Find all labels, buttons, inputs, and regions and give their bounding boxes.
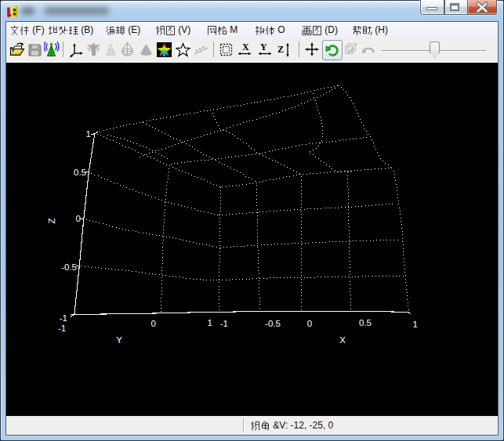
svg-text:0.5: 0.5 <box>359 318 372 327</box>
svg-text:0: 0 <box>76 214 81 223</box>
svg-text:-1: -1 <box>220 319 228 328</box>
svg-text:-0.5: -0.5 <box>265 319 281 328</box>
svg-text:0: 0 <box>307 319 312 328</box>
svg-text:0.5: 0.5 <box>74 168 86 177</box>
svg-text:-1: -1 <box>58 324 66 333</box>
svg-text:-1: -1 <box>60 313 67 323</box>
svg-text:Y: Y <box>116 335 122 345</box>
svg-text:1: 1 <box>412 320 417 329</box>
svg-text:1: 1 <box>86 129 91 139</box>
svg-text:X: X <box>339 335 346 345</box>
svg-text:-0.5: -0.5 <box>61 262 77 272</box>
svg-text:0: 0 <box>150 319 155 328</box>
svg-text:Z: Z <box>47 218 56 223</box>
svg-text:1: 1 <box>207 318 212 327</box>
